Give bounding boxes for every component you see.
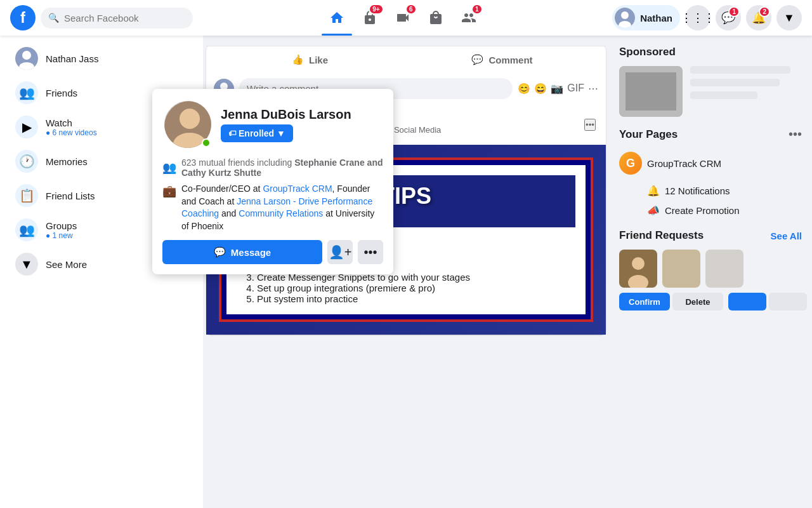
post-actions-bar: 👍 Like 💬 Comment [206,46,606,73]
comment-icon: 💬 [471,54,483,65]
notification-bell-icon: 🔔 [647,185,660,197]
search-input[interactable] [64,13,178,23]
notifications-button[interactable]: 🔔 2 [746,5,771,30]
video-nav-button[interactable]: 6 [388,3,418,33]
facebook-logo[interactable]: f [10,5,36,30]
popup-header: Jenna DuBois Larson 🏷 Enrolled ▼ [203,99,383,150]
sponsored-line-3 [690,91,757,99]
profile-popup-card: Jenna DuBois Larson 🏷 Enrolled ▼ 👥 623 m… [203,89,393,274]
delete-friend-button-1[interactable]: Delete [672,293,723,311]
main-feed: 👍 Like 💬 Comment 😊 😄 📷 GIF [203,36,609,508]
sidebar-item-profile[interactable]: Nathan Jass [5,42,198,75]
thumbs-up-icon: 👍 [292,54,304,65]
messenger-badge: 1 [728,6,740,17]
tips-item-5: Put system into practice [257,293,575,304]
marketplace-badge: 9+ [369,4,383,15]
profile-avatar [15,47,38,70]
post-more-button[interactable]: ••• [584,119,596,131]
friend-request-action-row: Confirm Delete [619,293,802,311]
create-promotion[interactable]: 📣 Create Promotion [619,199,802,219]
tips-item-4: Set up group integrations (premiere & pr… [257,283,575,293]
svg-point-18 [632,257,645,270]
popup-more-button[interactable]: ••• [358,240,383,264]
search-bar[interactable]: 🔍 [41,8,193,29]
grid-icon: ⋮⋮⋮ [681,11,715,25]
job-company-link[interactable]: GroupTrack CRM [263,184,332,194]
popup-user-name[interactable]: Jenna DuBois Larson [221,107,351,122]
enrolled-icon: 🏷 [228,129,236,138]
nav-center-icons: 9+ 6 1 [198,3,607,33]
like-button[interactable]: 👍 Like [214,49,406,70]
add-friend-button[interactable]: 👤+ [327,240,353,264]
user-profile-button[interactable]: Nathan [612,5,680,30]
comment-label: Comment [488,55,532,65]
job-title: Co-Founder/CEO [203,184,251,194]
gif-icon[interactable]: GIF [567,83,584,95]
account-menu-button[interactable]: ▼ [776,5,802,30]
page-icon-grouptrack: G [619,152,642,175]
notifications-badge: 2 [759,6,770,17]
sponsored-text [690,66,802,117]
online-indicator [203,138,211,147]
sticker-icon[interactable]: 😊 [518,83,530,95]
camera-icon[interactable]: 📷 [551,83,563,95]
promotion-icon: 📣 [647,204,660,217]
message-label: Message [231,247,271,258]
profile-name: Nathan Jass [46,53,193,64]
groups-sidebar-icon: 👥 [15,218,38,241]
enrolled-button[interactable]: 🏷 Enrolled ▼ [221,124,293,142]
chevron-down-icon: ▼ [783,11,795,25]
confirm-friend-button-1[interactable]: Confirm [619,293,670,311]
add-friend-icon: 👤+ [329,244,352,260]
friend-btn-2[interactable] [728,293,766,311]
messenger-button[interactable]: 💬 1 [716,5,741,30]
main-layout: Nathan Jass 👥 Friends ▶ Watch ● 6 new vi… [0,0,812,508]
messenger-btn-icon: 💬 [214,246,226,258]
friend-requests-title: Friend Requests [619,229,704,242]
page-item-grouptrack[interactable]: G GroupTrack CRM [619,147,802,180]
more-dots-icon: ••• [363,245,377,260]
comment-emoji-icons: 😊 😄 📷 GIF ⋯ [518,83,598,95]
sponsored-line-2 [690,79,780,86]
sponsored-title: Sponsored [619,46,802,58]
friend-request-avatars [619,250,802,288]
memories-icon: 🕐 [15,150,38,173]
see-all-friend-requests-link[interactable]: See All [771,231,802,241]
svg-rect-16 [625,72,676,110]
friend-request-avatar-3 [705,250,743,288]
home-nav-button[interactable] [322,3,352,33]
groups-badge: 1 [471,4,483,15]
sponsored-card [619,66,802,117]
page-notifications[interactable]: 🔔 12 Notifications [619,180,802,199]
mutual-count: 623 mutual friends including [203,157,292,168]
emoji-icon[interactable]: 😄 [534,83,547,95]
friend-btn-3[interactable] [769,293,807,311]
more-emoji-icon[interactable]: ⋯ [588,83,598,95]
svg-point-4 [22,51,31,60]
sponsored-line-1 [690,66,790,74]
friends-icon: 👥 [15,81,38,104]
see-more-icon: ▼ [15,253,38,276]
notifications-count-label: 12 Notifications [665,185,730,196]
job3-title-link[interactable]: Community Relations [239,208,323,218]
page-name: GroupTrack CRM [647,158,721,169]
groups-nav-button[interactable]: 1 [454,3,484,33]
pages-more-button[interactable]: ••• [789,127,802,142]
like-label: Like [309,55,328,65]
svg-point-1 [621,11,629,19]
grid-menu-button[interactable]: ⋮⋮⋮ [685,5,710,30]
marketplace-nav-button[interactable]: 9+ [355,3,385,33]
user-name: Nathan [640,13,672,23]
friend-requests-header: Friend Requests See All [619,229,802,242]
create-promotion-label: Create Promotion [665,205,740,216]
friend-request-avatar-2 [662,250,700,288]
popup-card-container: Jenna DuBois Larson 🏷 Enrolled ▼ 👥 623 m… [203,89,393,274]
message-button[interactable]: 💬 Message [203,240,322,264]
top-navigation: f 🔍 9+ 6 1 [0,0,812,36]
right-sidebar: Sponsored Your Pages ••• G GroupTrack CR… [609,36,812,508]
watch-icon: ▶ [15,116,38,138]
comment-button[interactable]: 💬 Comment [406,49,598,70]
popup-job-info: 💼 Co-Founder/CEO at GroupTrack CRM, Foun… [203,183,383,232]
your-pages-header: Your Pages ••• [619,127,802,142]
shop-nav-button[interactable] [421,3,451,33]
